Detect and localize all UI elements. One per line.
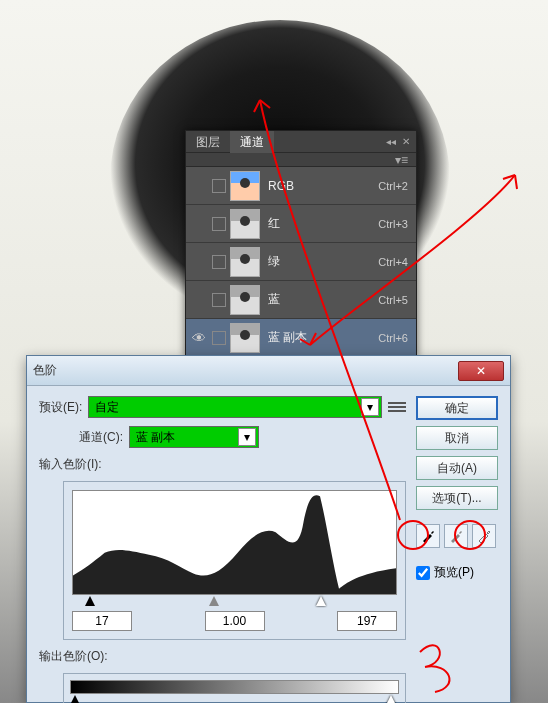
chevron-down-icon: ▾ — [238, 428, 256, 446]
channel-shortcut: Ctrl+4 — [378, 256, 408, 268]
collapse-icon[interactable]: ◂◂ — [386, 136, 396, 147]
channel-row[interactable]: RGBCtrl+2 — [186, 167, 416, 205]
highlight-input[interactable]: 197 — [337, 611, 397, 631]
channel-row[interactable]: 蓝Ctrl+5 — [186, 281, 416, 319]
cancel-button[interactable]: 取消 — [416, 426, 498, 450]
dialog-title: 色阶 — [33, 362, 458, 379]
channel-value: 蓝 副本 — [136, 429, 175, 446]
channel-name: 蓝 副本 — [268, 329, 378, 346]
visibility-toggle[interactable]: 👁 — [186, 330, 212, 346]
ok-button[interactable]: 确定 — [416, 396, 498, 420]
chevron-down-icon: ▾ — [361, 398, 379, 416]
preview-checkbox[interactable] — [416, 566, 430, 580]
preset-menu-icon[interactable] — [388, 398, 406, 416]
shadow-slider[interactable] — [85, 596, 95, 606]
close-panel-icon[interactable]: ✕ — [402, 136, 410, 147]
titlebar[interactable]: 色阶 ✕ — [27, 356, 510, 386]
channel-shortcut: Ctrl+2 — [378, 180, 408, 192]
midtone-input[interactable]: 1.00 — [205, 611, 265, 631]
output-levels-group: 0 255 — [63, 673, 406, 703]
channel-checkbox[interactable] — [212, 331, 226, 345]
tab-layers[interactable]: 图层 — [186, 131, 230, 153]
channel-name: 红 — [268, 215, 378, 232]
gray-eyedropper-icon[interactable] — [444, 524, 468, 548]
black-eyedropper-icon[interactable] — [416, 524, 440, 548]
channel-shortcut: Ctrl+6 — [378, 332, 408, 344]
channel-thumbnail — [230, 323, 260, 353]
output-levels-label: 输出色阶(O): — [39, 648, 108, 665]
auto-button[interactable]: 自动(A) — [416, 456, 498, 480]
output-white-slider[interactable] — [386, 695, 396, 703]
channel-checkbox[interactable] — [212, 293, 226, 307]
preset-dropdown[interactable]: 自定 ▾ — [88, 396, 382, 418]
channel-checkbox[interactable] — [212, 255, 226, 269]
preset-value: 自定 — [95, 399, 119, 416]
eyedropper-row — [416, 524, 498, 548]
panel-header: 图层 通道 ◂◂ ✕ — [186, 131, 416, 153]
input-levels-group: 17 1.00 197 — [63, 481, 406, 640]
tab-channels[interactable]: 通道 — [230, 131, 274, 153]
histogram — [72, 490, 397, 595]
channel-row[interactable]: 👁蓝 副本Ctrl+6 — [186, 319, 416, 357]
channel-shortcut: Ctrl+3 — [378, 218, 408, 230]
output-gradient — [70, 680, 399, 694]
channel-row[interactable]: 绿Ctrl+4 — [186, 243, 416, 281]
output-slider-track[interactable] — [70, 694, 399, 703]
channel-dropdown[interactable]: 蓝 副本 ▾ — [129, 426, 259, 448]
channel-name: 蓝 — [268, 291, 378, 308]
shadow-input[interactable]: 17 — [72, 611, 132, 631]
midtone-slider[interactable] — [209, 596, 219, 606]
channel-thumbnail — [230, 171, 260, 201]
window-close-button[interactable]: ✕ — [458, 361, 504, 381]
channel-row[interactable]: 红Ctrl+3 — [186, 205, 416, 243]
levels-dialog: 色阶 ✕ 预设(E): 自定 ▾ 通道(C): 蓝 副本 ▾ 输入色阶(I): — [26, 355, 511, 703]
channel-checkbox[interactable] — [212, 217, 226, 231]
input-slider-track[interactable] — [72, 595, 397, 609]
preview-label: 预览(P) — [434, 564, 474, 581]
white-eyedropper-icon[interactable] — [472, 524, 496, 548]
input-levels-label: 输入色阶(I): — [39, 456, 102, 473]
channel-label: 通道(C): — [79, 429, 123, 446]
channel-thumbnail — [230, 285, 260, 315]
preset-label: 预设(E): — [39, 399, 82, 416]
channel-thumbnail — [230, 209, 260, 239]
channel-thumbnail — [230, 247, 260, 277]
highlight-slider[interactable] — [316, 596, 326, 606]
channel-name: 绿 — [268, 253, 378, 270]
channels-panel: 图层 通道 ◂◂ ✕ ▾≡ RGBCtrl+2红Ctrl+3绿Ctrl+4蓝Ct… — [185, 130, 417, 358]
options-button[interactable]: 选项(T)... — [416, 486, 498, 510]
output-black-slider[interactable] — [70, 695, 80, 703]
channel-name: RGB — [268, 179, 378, 193]
channel-shortcut: Ctrl+5 — [378, 294, 408, 306]
panel-menu-icon[interactable]: ▾≡ — [395, 153, 408, 167]
channel-checkbox[interactable] — [212, 179, 226, 193]
